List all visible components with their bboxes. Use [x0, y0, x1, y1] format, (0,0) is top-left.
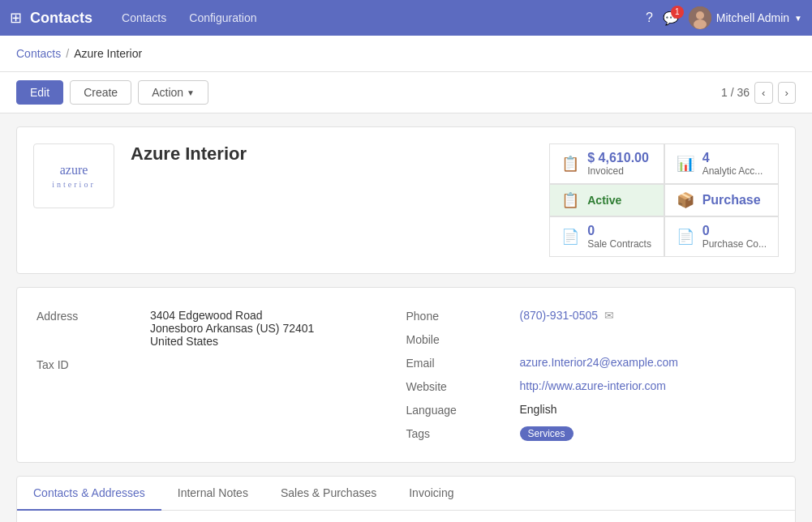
phone-label: Phone [406, 309, 520, 323]
email-label: Email [406, 356, 520, 370]
tab-invoicing[interactable]: Invoicing [393, 477, 470, 511]
address-value: 3404 Edgewood Road Jonesboro Arkansas (U… [150, 309, 314, 348]
mobile-label: Mobile [406, 332, 520, 346]
email-link[interactable]: azure.Interior24@example.com [520, 356, 679, 369]
address-row: Address 3404 Edgewood Road Jonesboro Ark… [37, 304, 406, 353]
details-grid: Address 3404 Edgewood Road Jonesboro Ark… [37, 304, 775, 446]
sale-contracts-label: Sale Contracts [587, 238, 651, 250]
address-line3: United States [150, 335, 314, 348]
website-link[interactable]: http://www.azure-interior.com [520, 379, 667, 392]
language-value: English [520, 403, 557, 416]
breadcrumb-current: Azure Interior [74, 47, 142, 60]
phone-link[interactable]: (870)-931-0505 [520, 309, 599, 322]
top-nav: ⊞ Contacts Contacts Configuration ? 💬 1 … [0, 0, 812, 36]
tab-internal-notes[interactable]: Internal Notes [161, 477, 264, 511]
create-button[interactable]: Create [70, 80, 131, 105]
breadcrumb-separator: / [66, 47, 69, 60]
details-left: Address 3404 Edgewood Road Jonesboro Ark… [37, 304, 406, 446]
purchase-contracts-label: Purchase Co... [702, 238, 767, 250]
user-menu[interactable]: Mitchell Admin ▼ [689, 6, 802, 29]
user-name: Mitchell Admin [716, 11, 789, 24]
email-row: Email azure.Interior24@example.com [406, 351, 776, 374]
messages-icon[interactable]: 💬 1 [663, 11, 679, 26]
stat-purchase-contracts[interactable]: 📄 0 Purchase Co... [664, 216, 779, 257]
address-label: Address [37, 309, 150, 323]
app-title: Contacts [30, 10, 92, 27]
stat-invoiced[interactable]: 📋 $ 4,610.00 Invoiced [549, 143, 664, 184]
breadcrumb-parent[interactable]: Contacts [16, 47, 61, 60]
svg-point-1 [696, 11, 704, 19]
status-value: Active [587, 194, 621, 207]
tags-row: Tags Services [406, 421, 776, 446]
stat-sale-contracts[interactable]: 📄 0 Sale Contracts [549, 216, 664, 257]
user-avatar [689, 6, 711, 29]
invoiced-label: Invoiced [587, 165, 649, 177]
purchase-contracts-count: 0 [702, 224, 767, 238]
help-icon[interactable]: ? [646, 11, 653, 25]
address-line1: 3404 Edgewood Road [150, 309, 314, 322]
website-row: Website http://www.azure-interior.com [406, 374, 776, 398]
record-title: Azure Interior [131, 143, 533, 165]
send-email-icon[interactable]: ✉ [604, 309, 614, 322]
toolbar: Edit Create Action ▼ 1 / 36 ‹ › [0, 72, 812, 113]
tags-label: Tags [406, 426, 520, 440]
record-main: Azure Interior [131, 143, 533, 168]
tags-value: Services [520, 426, 574, 441]
logo-line1: azure [52, 162, 95, 179]
stat-boxes: 📋 $ 4,610.00 Invoiced 📊 4 Analytic Acc..… [549, 143, 779, 257]
action-label: Action [152, 86, 183, 99]
status-icon: 📋 [561, 191, 579, 209]
address-line2: Jonesboro Arkansas (US) 72401 [150, 322, 314, 335]
language-label: Language [406, 403, 520, 417]
language-row: Language English [406, 398, 776, 421]
tabs-section: Contacts & Addresses Internal Notes Sale… [16, 476, 796, 522]
stat-analytic[interactable]: 📊 4 Analytic Acc... [664, 143, 779, 184]
tag-services[interactable]: Services [520, 426, 574, 441]
message-badge: 1 [671, 6, 684, 19]
nav-links: Contacts Configuration [112, 6, 646, 29]
invoice-icon: 📋 [561, 155, 579, 173]
company-logo: azure interior [33, 143, 114, 208]
mobile-row: Mobile [406, 327, 776, 351]
pagination-text: 1 / 36 [721, 86, 750, 99]
prev-record-button[interactable]: ‹ [754, 82, 772, 104]
logo-line2: interior [52, 179, 95, 190]
action-button[interactable]: Action ▼ [138, 80, 208, 105]
details-right: Phone (870)-931-0505 ✉ Mobile Email azur… [406, 304, 776, 446]
purchase-contracts-icon: 📄 [677, 228, 694, 246]
svg-point-2 [694, 19, 707, 29]
grid-icon[interactable]: ⊞ [10, 9, 22, 27]
stat-status[interactable]: 📋 Active [549, 184, 664, 216]
nav-configuration[interactable]: Configuration [179, 6, 266, 29]
record-card: azure interior Azure Interior 📋 $ 4,610.… [16, 126, 796, 274]
edit-button[interactable]: Edit [16, 80, 63, 105]
tab-contacts-addresses[interactable]: Contacts & Addresses [17, 477, 161, 511]
tax-id-label: Tax ID [37, 357, 150, 371]
sale-contracts-icon: 📄 [561, 228, 579, 246]
tabs-content: Brandon Freeman Creative Director brando… [17, 511, 795, 522]
user-chevron-icon: ▼ [794, 14, 802, 23]
nav-right: ? 💬 1 Mitchell Admin ▼ [646, 6, 802, 29]
invoiced-amount: $ 4,610.00 [587, 151, 649, 165]
purchase-icon: 📦 [677, 191, 694, 209]
tax-id-row: Tax ID [37, 353, 406, 376]
phone-value: (870)-931-0505 ✉ [520, 309, 615, 322]
analytic-icon: 📊 [677, 155, 694, 173]
stat-purchase[interactable]: 📦 Purchase [664, 184, 779, 216]
website-value: http://www.azure-interior.com [520, 379, 667, 392]
main-content: azure interior Azure Interior 📋 $ 4,610.… [0, 113, 812, 522]
next-record-button[interactable]: › [778, 82, 796, 104]
nav-contacts[interactable]: Contacts [112, 6, 176, 29]
tab-sales-purchases[interactable]: Sales & Purchases [264, 477, 393, 511]
details-section: Address 3404 Edgewood Road Jonesboro Ark… [16, 287, 796, 463]
analytic-count: 4 [702, 151, 763, 165]
purchase-label-top: Purchase [702, 193, 761, 208]
pagination: 1 / 36 ‹ › [721, 82, 796, 104]
action-chevron-icon: ▼ [187, 88, 195, 97]
tabs-header: Contacts & Addresses Internal Notes Sale… [17, 477, 795, 511]
email-value: azure.Interior24@example.com [520, 356, 679, 369]
breadcrumb: Contacts / Azure Interior [0, 36, 812, 72]
sale-contracts-count: 0 [587, 224, 651, 238]
analytic-label: Analytic Acc... [702, 165, 763, 177]
website-label: Website [406, 379, 520, 393]
